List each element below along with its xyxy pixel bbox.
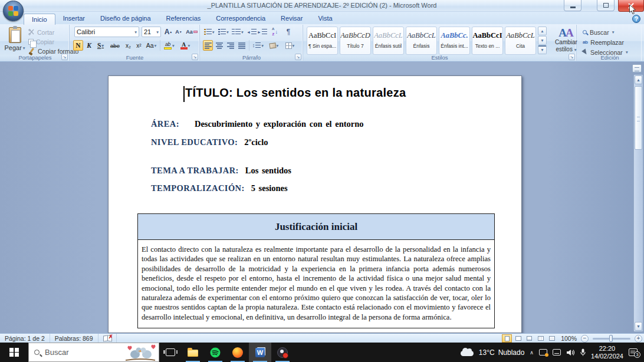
style-texto-en[interactable]: AaBbCcITexto en ... [472, 27, 503, 55]
tab-correspondencia[interactable]: Correspondencia [208, 13, 273, 24]
find-button[interactable]: Buscar▾ [583, 28, 614, 37]
taskbar-search-box[interactable]: Buscar [28, 343, 159, 362]
multilevel-list-button[interactable]: ▾ [231, 27, 244, 37]
underline-button[interactable]: S▾ [94, 40, 107, 51]
fullscreen-reading-view-button[interactable] [513, 335, 523, 343]
photos-tray-icon[interactable] [539, 349, 547, 356]
font-size-select[interactable]: 21 ▾ [142, 27, 161, 37]
estilos-dialog-launcher[interactable]: ↘ [569, 54, 575, 60]
scroll-up-button[interactable]: ▲ [635, 75, 642, 84]
obs-button[interactable] [271, 343, 294, 362]
notification-center-icon[interactable]: 3 [629, 348, 638, 356]
font-name-select[interactable]: Calibri ▾ [74, 27, 139, 37]
align-left-button[interactable] [203, 40, 213, 51]
style-sin-espaciado[interactable]: AaBbCcI¶ Sin espa... [307, 27, 338, 55]
zoom-level[interactable]: 100% [561, 335, 577, 342]
start-button[interactable] [0, 343, 28, 362]
document-page[interactable]: TÍTULO: Los sentidos en la naturaleza ÁR… [108, 75, 522, 333]
tray-expand-chevron[interactable]: ∧ [530, 350, 534, 356]
spotify-button[interactable] [204, 343, 226, 362]
outline-view-button[interactable] [535, 335, 546, 343]
speaker-icon[interactable] [566, 349, 575, 356]
decrease-indent-button[interactable]: ◄ [247, 27, 257, 37]
zoom-out-button[interactable]: − [581, 335, 589, 343]
field-value: Descubrimiento y exploración con el ento… [195, 119, 364, 129]
zoom-slider[interactable] [593, 338, 630, 340]
zoom-in-button[interactable]: + [635, 335, 642, 343]
cut-button[interactable]: Cortar [28, 28, 54, 37]
portapapeles-dialog-launcher[interactable]: ↘ [61, 54, 68, 60]
office-button[interactable] [3, 1, 24, 21]
replace-button[interactable]: abReemplazar [583, 38, 624, 47]
file-explorer-button[interactable] [182, 343, 204, 362]
align-right-button[interactable] [225, 40, 235, 51]
numbering-button[interactable]: ▾ [217, 27, 230, 37]
sort-button[interactable]: AZ↓ [270, 27, 280, 37]
change-case-button[interactable]: Aa▾ [144, 40, 158, 51]
spellcheck-status[interactable]: ✗ [98, 334, 117, 343]
tab-revisar[interactable]: Revisar [273, 13, 310, 24]
tab-inicio[interactable]: Inicio [24, 14, 55, 25]
vertical-scrollbar[interactable]: ▲ ▼ [633, 74, 643, 332]
word-count[interactable]: Palabras: 869 [50, 334, 98, 343]
field-area: ÁREA:Descubrimiento y exploración con el… [151, 119, 364, 130]
microphone-icon[interactable] [580, 348, 586, 356]
print-layout-view-button[interactable] [502, 334, 512, 343]
style-enfasis-intenso[interactable]: AaBbCc.Énfasis int... [439, 27, 470, 55]
tab-vista[interactable]: Vista [310, 13, 340, 24]
restore-button[interactable] [597, 0, 615, 11]
borders-button[interactable]: ▾ [283, 40, 297, 51]
scrollbar-thumb[interactable] [635, 86, 642, 150]
italic-button[interactable]: K [84, 40, 94, 51]
font-name-value: Calibri [77, 28, 95, 35]
firefox-button[interactable] [226, 343, 249, 362]
page-indicator[interactable]: Página: 1 de 2 [0, 334, 50, 343]
print-layout-icon [505, 336, 510, 341]
clear-formatting-button[interactable]: Aa [185, 27, 198, 37]
parrafo-dialog-launcher[interactable]: ↘ [295, 54, 301, 60]
copy-button[interactable]: Copiar [28, 37, 54, 46]
text-highlight-button[interactable]: ab▾ [162, 40, 176, 51]
increase-indent-button[interactable]: ► [257, 27, 267, 37]
style-sample: AaBbCc. [439, 31, 469, 40]
web-layout-view-button[interactable] [524, 335, 534, 343]
change-styles-button[interactable]: AA Cambiar estilos ▾ [553, 27, 579, 54]
scroll-down-button[interactable]: ▼ [635, 322, 642, 331]
subscript-button[interactable]: x₂ [123, 40, 133, 51]
styles-scroll-down-button[interactable]: ▼ [538, 36, 547, 45]
bold-button[interactable]: N [73, 40, 83, 51]
justify-button[interactable] [236, 40, 247, 51]
minimize-button[interactable] [564, 0, 581, 11]
weather-widget[interactable]: 13°CNublado [479, 348, 525, 357]
help-icon[interactable]: ? [632, 15, 640, 23]
styles-gallery-more-button[interactable]: ▼ [538, 45, 547, 54]
fuente-dialog-launcher[interactable]: ↘ [192, 54, 198, 60]
keyboard-tray-icon[interactable] [553, 349, 561, 356]
task-view-button[interactable] [159, 343, 182, 362]
split-view-toggle[interactable] [632, 64, 642, 73]
font-color-button[interactable]: A▾ [178, 40, 192, 51]
style-enfasis-sutil[interactable]: AaBbCcLÉnfasis sutil [373, 27, 404, 55]
line-spacing-button[interactable]: ↕▾ [251, 40, 265, 51]
styles-scroll-up-button[interactable]: ▲ [538, 27, 547, 35]
style-cita[interactable]: AaBbCcLCita [505, 27, 536, 55]
grow-font-button[interactable]: A▲ [163, 27, 173, 37]
align-center-button[interactable] [214, 40, 224, 51]
clock[interactable]: 22:20 14/02/2024 [591, 345, 623, 360]
tab-referencias[interactable]: Referencias [159, 13, 209, 24]
strikethrough-button[interactable]: abe [108, 40, 122, 51]
style-sample: AaBbCcL [373, 31, 403, 40]
show-marks-button[interactable]: ¶ [283, 27, 294, 37]
draft-view-button[interactable] [547, 335, 557, 343]
zoom-slider-thumb[interactable] [609, 335, 613, 342]
superscript-button[interactable]: x² [134, 40, 144, 51]
shrink-font-button[interactable]: A▼ [174, 27, 183, 37]
style-titulo-7[interactable]: AaBbCcDTítulo 7 [340, 27, 371, 55]
tab-diseno-de-pagina[interactable]: Diseño de página [93, 13, 159, 24]
word-taskbar-button[interactable]: W [249, 343, 271, 362]
style-enfasis[interactable]: AaBbCcLÉnfasis [406, 27, 437, 55]
bullets-button[interactable]: ▾ [203, 27, 216, 37]
shading-dropdown-icon: ▾ [277, 43, 279, 48]
tab-insertar[interactable]: Insertar [55, 13, 93, 24]
shading-button[interactable]: ▾ [267, 40, 281, 51]
